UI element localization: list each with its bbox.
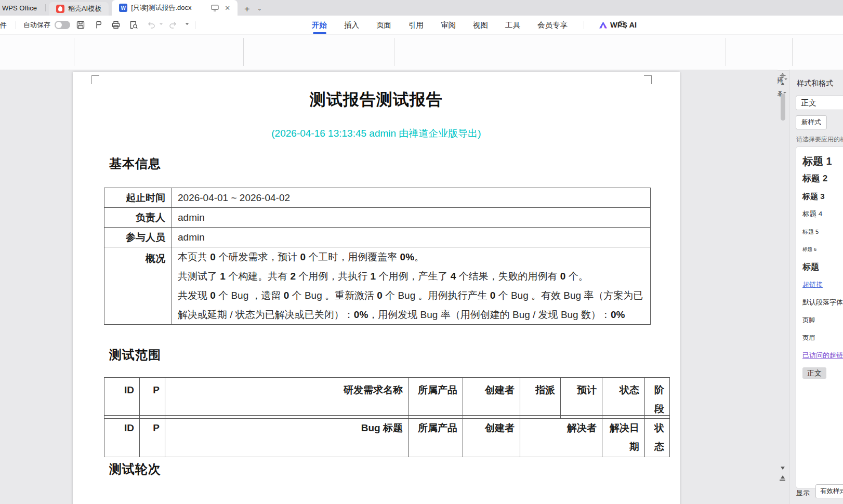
story-scope-table: ID P 研发需求名称 所属产品 创建者 指派 预计 状态 阶段 <box>104 377 670 419</box>
document-canvas[interactable]: 测试报告测试报告 (2026-04-16 13:13:45 admin 由禅道企… <box>0 70 778 504</box>
report-title: 测试报告测试报告 <box>73 89 680 111</box>
col-resolve-date: 解决日期 <box>602 416 645 457</box>
table-row: 起止时间 2026-04-01 ~ 2026-04-02 <box>104 188 651 208</box>
col-product: 所属产品 <box>409 416 463 457</box>
scrollbar-thumb[interactable] <box>781 94 785 121</box>
menu-tools[interactable]: 工具 <box>504 16 521 34</box>
style-item-heading-4[interactable]: 标题 4 <box>802 205 843 223</box>
scrollbar-top-controls <box>780 73 786 85</box>
overview-text: 本页共 0 个研发需求，预计 0 个工时，用例覆盖率 0%。共测试了 1 个构建… <box>172 247 651 325</box>
row-value: 2026-04-01 ~ 2026-04-02 <box>172 188 651 208</box>
row-label: 负责人 <box>104 208 172 228</box>
new-tab-button[interactable]: ＋ <box>241 2 253 15</box>
table-header-row: ID P 研发需求名称 所属产品 创建者 指派 预计 状态 阶段 <box>104 378 670 419</box>
tab-wps-office[interactable]: WPS Office <box>0 0 45 16</box>
test-rounds-heading: 测试轮次 <box>109 461 161 478</box>
col-stage: 阶段 <box>645 378 670 419</box>
col-resolver: 解决者 <box>520 416 602 457</box>
col-status: 状态 <box>645 416 670 457</box>
col-status: 状态 <box>602 378 645 419</box>
ribbon-menu: 开始 插入 页面 引用 审阅 视图 工具 会员专享 WPS AI <box>311 16 637 34</box>
tab-document-label: [只读]测试报告.docx <box>131 3 191 12</box>
autosave-toggle[interactable] <box>55 21 70 29</box>
col-priority: P <box>140 416 165 457</box>
style-item-heading-2[interactable]: 标题 2 <box>802 170 843 188</box>
divider <box>195 21 195 29</box>
current-style-combobox[interactable]: 正文 <box>796 96 843 110</box>
style-item-heading-5[interactable]: 标题 5 <box>802 223 843 241</box>
redo-button[interactable] <box>166 18 180 32</box>
undo-dropdown[interactable] <box>160 23 163 26</box>
col-creator: 创建者 <box>463 378 520 419</box>
row-label: 起止时间 <box>104 188 172 208</box>
col-assignee: 指派 <box>520 378 561 419</box>
table-row: 参与人员 admin <box>104 228 651 247</box>
menu-view[interactable]: 视图 <box>472 16 489 34</box>
menu-member[interactable]: 会员专享 <box>536 16 569 34</box>
show-label: 显示 <box>796 488 810 498</box>
tab-docer-templates[interactable]: 稻壳AI模板 <box>49 2 109 16</box>
menu-reference[interactable]: 引用 <box>407 16 425 34</box>
col-priority: P <box>140 378 165 419</box>
menu-page[interactable]: 页面 <box>375 16 392 34</box>
style-item-hyperlink[interactable]: 超链接 <box>802 276 843 294</box>
print-button[interactable] <box>109 18 123 32</box>
print-preview-button[interactable] <box>126 18 141 32</box>
col-estimate: 预计 <box>561 378 602 419</box>
report-export-subtitle: (2026-04-16 13:13:45 admin 由禅道企业版导出) <box>73 127 680 140</box>
margin-mark-top-right <box>644 75 652 84</box>
word-doc-icon: W <box>119 4 127 12</box>
show-filter-select[interactable]: 有效样式 <box>815 484 843 498</box>
next-page-arrow[interactable] <box>781 467 785 472</box>
document-page[interactable]: 测试报告测试报告 (2026-04-16 13:13:45 admin 由禅道企… <box>73 72 680 504</box>
screen-share-icon[interactable] <box>211 5 219 11</box>
col-id: ID <box>104 378 140 419</box>
divider <box>243 38 244 66</box>
styles-list: 标题 1 标题 2 标题 3 标题 4 标题 5 标题 6 标题 超链接 默认段… <box>796 147 843 488</box>
style-item-heading-3[interactable]: 标题 3 <box>802 188 843 205</box>
tab-divider <box>45 4 46 11</box>
search-button[interactable] <box>617 20 627 30</box>
file-menu[interactable]: 文件 <box>0 20 11 30</box>
style-item-default-font[interactable]: 默认段落字体 <box>802 294 843 311</box>
panel-hint: 请选择要应用的格式 <box>796 135 843 144</box>
col-story-name: 研发需求名称 <box>165 378 409 419</box>
menu-home[interactable]: 开始 <box>311 16 328 34</box>
col-creator: 创建者 <box>463 416 520 457</box>
col-bug-title: Bug 标题 <box>165 416 409 457</box>
style-item-heading-1[interactable]: 标题 1 <box>802 152 843 170</box>
style-item-body-selected[interactable]: 正文 <box>802 364 843 382</box>
style-item-heading-6[interactable]: 标题 6 <box>802 241 843 258</box>
more-commands-dropdown[interactable] <box>186 23 189 26</box>
save-button[interactable] <box>73 18 88 32</box>
panel-title: 样式和格式 <box>797 79 833 88</box>
go-to-end-button[interactable] <box>780 473 785 481</box>
show-filter-value: 有效样式 <box>820 487 843 496</box>
ribbon-toolbar: 格式刷 粘贴 微软雅黑 10 A+ A− 拼 <box>0 34 843 71</box>
table-header-row: ID P Bug 标题 所属产品 创建者 解决者 解决日期 状态 <box>104 416 670 457</box>
tab-list-dropdown[interactable]: ⌄ <box>253 2 266 15</box>
row-value: admin <box>172 208 651 228</box>
new-style-button[interactable]: 新样式 <box>796 115 827 129</box>
export-pdf-button[interactable] <box>91 18 106 32</box>
menu-review[interactable]: 审阅 <box>440 16 457 34</box>
divider <box>16 21 16 29</box>
overview-label: 概况 <box>104 247 172 325</box>
vertical-scrollbar[interactable] <box>778 70 789 504</box>
tab-close-icon[interactable]: ✕ <box>225 4 230 12</box>
margin-mark-top-left <box>91 75 99 84</box>
undo-button[interactable] <box>144 18 159 32</box>
style-item-visited-link[interactable]: 已访问的超链接 <box>802 347 843 364</box>
scroll-up-arrow[interactable] <box>781 81 784 85</box>
style-item-header[interactable]: 页眉 <box>802 329 843 347</box>
tab-document-active[interactable]: W [只读]测试报告.docx ✕ <box>112 0 238 16</box>
styles-and-formatting-panel: 样式和格式 正文 新样式 请选择要应用的格式 标题 1 标题 2 标题 3 标题… <box>789 70 843 504</box>
menu-insert[interactable]: 插入 <box>343 16 360 34</box>
style-item-footer[interactable]: 页脚 <box>802 311 843 329</box>
style-item-title[interactable]: 标题 <box>802 258 843 276</box>
basic-info-heading: 基本信息 <box>109 155 161 172</box>
docer-icon <box>56 5 64 13</box>
basic-info-table: 起止时间 2026-04-01 ~ 2026-04-02 负责人 admin 参… <box>104 188 651 325</box>
split-view-icon[interactable] <box>780 73 786 78</box>
col-product: 所属产品 <box>409 378 463 419</box>
